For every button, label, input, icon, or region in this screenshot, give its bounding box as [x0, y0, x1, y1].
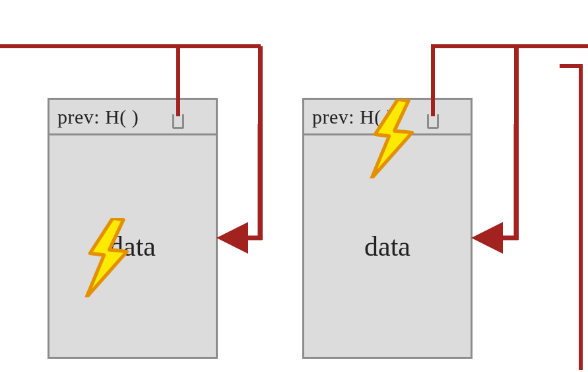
- hidden5: [562, 66, 581, 264]
- connector-arrow-into-block1: [224, 46, 261, 238]
- diagram-stage: prev: H( ) data prev: H( ) data: [0, 0, 588, 372]
- svg-marker-1: [372, 99, 412, 178]
- block-2-body-text: data: [364, 231, 410, 262]
- hidden7: [561, 66, 581, 372]
- connector-right-edge: [479, 66, 580, 238]
- connector-out-right: [517, 46, 588, 238]
- link-arrow-block2: [482, 124, 516, 238]
- hidden9: [561, 66, 581, 370]
- block-1-header: prev: H( ): [49, 100, 216, 135]
- svg-marker-0: [86, 218, 127, 297]
- block-1-header-text: prev: H( ): [57, 106, 139, 128]
- lightning-bolt-icon: [364, 99, 421, 178]
- lightning-bolt-icon: [79, 218, 136, 297]
- link-arrow-block1: [227, 124, 260, 238]
- connector-arrow-into-block2: [479, 46, 517, 238]
- block-1-hash-plug: [172, 114, 184, 129]
- block-2-hash-plug: [427, 114, 439, 129]
- link-out-right: [560, 66, 581, 370]
